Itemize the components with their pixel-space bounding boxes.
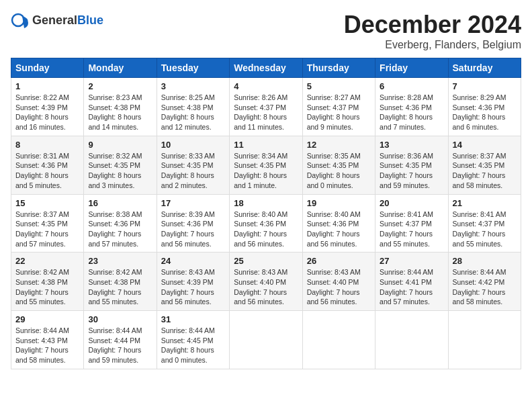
cell-text: Sunrise: 8:43 AMSunset: 4:39 PMDaylight:… xyxy=(161,268,215,306)
header-day-sunday: Sunday xyxy=(11,58,84,78)
calendar-cell: 13Sunrise: 8:36 AMSunset: 4:35 PMDayligh… xyxy=(375,136,448,194)
day-number: 19 xyxy=(307,198,371,208)
calendar-cell xyxy=(375,311,448,369)
cell-text: Sunrise: 8:35 AMSunset: 4:35 PMDaylight:… xyxy=(307,152,361,189)
day-number: 16 xyxy=(88,198,152,208)
day-number: 20 xyxy=(380,198,443,208)
calendar-cell: 7Sunrise: 8:29 AMSunset: 4:36 PMDaylight… xyxy=(448,78,521,136)
header-day-friday: Friday xyxy=(375,58,448,78)
calendar-week-row: 22Sunrise: 8:42 AMSunset: 4:38 PMDayligh… xyxy=(11,253,521,311)
calendar-week-row: 29Sunrise: 8:44 AMSunset: 4:43 PMDayligh… xyxy=(11,311,521,369)
day-number: 31 xyxy=(161,314,225,324)
cell-text: Sunrise: 8:41 AMSunset: 4:37 PMDaylight:… xyxy=(453,210,506,248)
calendar-week-row: 15Sunrise: 8:37 AMSunset: 4:35 PMDayligh… xyxy=(11,194,521,253)
day-number: 27 xyxy=(380,256,443,266)
svg-point-0 xyxy=(12,14,24,26)
cell-text: Sunrise: 8:23 AMSunset: 4:38 PMDaylight:… xyxy=(88,93,142,131)
cell-text: Sunrise: 8:42 AMSunset: 4:38 PMDaylight:… xyxy=(88,268,142,306)
calendar-cell: 29Sunrise: 8:44 AMSunset: 4:43 PMDayligh… xyxy=(11,311,84,369)
calendar-cell: 9Sunrise: 8:32 AMSunset: 4:35 PMDaylight… xyxy=(84,136,157,194)
cell-text: Sunrise: 8:27 AMSunset: 4:37 PMDaylight:… xyxy=(307,93,361,131)
day-number: 26 xyxy=(307,256,371,266)
calendar-cell xyxy=(302,311,375,369)
calendar-cell: 8Sunrise: 8:31 AMSunset: 4:36 PMDaylight… xyxy=(11,136,84,194)
calendar-cell: 1Sunrise: 8:22 AMSunset: 4:39 PMDaylight… xyxy=(11,78,84,136)
day-number: 18 xyxy=(234,198,298,208)
calendar-cell: 18Sunrise: 8:40 AMSunset: 4:36 PMDayligh… xyxy=(230,194,302,253)
calendar-cell: 24Sunrise: 8:43 AMSunset: 4:39 PMDayligh… xyxy=(157,253,229,311)
cell-text: Sunrise: 8:29 AMSunset: 4:36 PMDaylight:… xyxy=(453,93,506,131)
calendar-week-row: 8Sunrise: 8:31 AMSunset: 4:36 PMDaylight… xyxy=(11,136,521,194)
day-number: 13 xyxy=(380,140,443,150)
logo-wordmark: GeneralBlue xyxy=(32,13,103,28)
cell-text: Sunrise: 8:39 AMSunset: 4:36 PMDaylight:… xyxy=(161,210,215,248)
calendar-cell: 6Sunrise: 8:28 AMSunset: 4:36 PMDaylight… xyxy=(375,78,448,136)
cell-text: Sunrise: 8:44 AMSunset: 4:43 PMDaylight:… xyxy=(15,326,69,364)
calendar-cell: 2Sunrise: 8:23 AMSunset: 4:38 PMDaylight… xyxy=(84,78,157,136)
calendar-cell: 23Sunrise: 8:42 AMSunset: 4:38 PMDayligh… xyxy=(84,253,157,311)
calendar-cell: 17Sunrise: 8:39 AMSunset: 4:36 PMDayligh… xyxy=(157,194,229,253)
calendar-cell: 22Sunrise: 8:42 AMSunset: 4:38 PMDayligh… xyxy=(11,253,84,311)
header-day-tuesday: Tuesday xyxy=(157,58,229,78)
calendar-cell: 26Sunrise: 8:43 AMSunset: 4:40 PMDayligh… xyxy=(302,253,375,311)
calendar-week-row: 1Sunrise: 8:22 AMSunset: 4:39 PMDaylight… xyxy=(11,78,521,136)
calendar-cell: 12Sunrise: 8:35 AMSunset: 4:35 PMDayligh… xyxy=(302,136,375,194)
day-number: 12 xyxy=(307,140,371,150)
cell-text: Sunrise: 8:44 AMSunset: 4:42 PMDaylight:… xyxy=(453,268,506,306)
calendar-cell: 16Sunrise: 8:38 AMSunset: 4:36 PMDayligh… xyxy=(84,194,157,253)
calendar-cell: 3Sunrise: 8:25 AMSunset: 4:38 PMDaylight… xyxy=(157,78,229,136)
cell-text: Sunrise: 8:43 AMSunset: 4:40 PMDaylight:… xyxy=(307,268,361,306)
header-day-wednesday: Wednesday xyxy=(230,58,302,78)
day-number: 28 xyxy=(453,256,517,266)
calendar-cell: 11Sunrise: 8:34 AMSunset: 4:35 PMDayligh… xyxy=(230,136,302,194)
calendar-cell: 14Sunrise: 8:37 AMSunset: 4:35 PMDayligh… xyxy=(448,136,521,194)
day-number: 30 xyxy=(88,314,152,324)
cell-text: Sunrise: 8:44 AMSunset: 4:41 PMDaylight:… xyxy=(380,268,433,306)
cell-text: Sunrise: 8:43 AMSunset: 4:40 PMDaylight:… xyxy=(234,268,287,306)
cell-text: Sunrise: 8:42 AMSunset: 4:38 PMDaylight:… xyxy=(15,268,69,306)
day-number: 1 xyxy=(15,81,79,91)
month-title: December 2024 xyxy=(344,11,521,39)
cell-text: Sunrise: 8:40 AMSunset: 4:36 PMDaylight:… xyxy=(307,210,361,248)
day-number: 5 xyxy=(307,81,371,91)
cell-text: Sunrise: 8:26 AMSunset: 4:37 PMDaylight:… xyxy=(234,93,287,131)
calendar-cell: 31Sunrise: 8:44 AMSunset: 4:45 PMDayligh… xyxy=(157,311,229,369)
cell-text: Sunrise: 8:22 AMSunset: 4:39 PMDaylight:… xyxy=(15,93,69,131)
cell-text: Sunrise: 8:38 AMSunset: 4:36 PMDaylight:… xyxy=(88,210,142,248)
day-number: 17 xyxy=(161,198,225,208)
cell-text: Sunrise: 8:33 AMSunset: 4:35 PMDaylight:… xyxy=(161,152,215,189)
cell-text: Sunrise: 8:37 AMSunset: 4:35 PMDaylight:… xyxy=(15,210,69,248)
header-day-monday: Monday xyxy=(84,58,157,78)
calendar-cell: 21Sunrise: 8:41 AMSunset: 4:37 PMDayligh… xyxy=(448,194,521,253)
day-number: 10 xyxy=(161,140,225,150)
day-number: 2 xyxy=(88,81,152,91)
day-number: 7 xyxy=(453,81,517,91)
cell-text: Sunrise: 8:40 AMSunset: 4:36 PMDaylight:… xyxy=(234,210,287,248)
logo: GeneralBlue xyxy=(11,11,103,30)
cell-text: Sunrise: 8:44 AMSunset: 4:44 PMDaylight:… xyxy=(88,326,142,364)
calendar-cell: 28Sunrise: 8:44 AMSunset: 4:42 PMDayligh… xyxy=(448,253,521,311)
title-area: December 2024 Everberg, Flanders, Belgiu… xyxy=(344,11,521,51)
calendar-cell: 20Sunrise: 8:41 AMSunset: 4:37 PMDayligh… xyxy=(375,194,448,253)
calendar-header-row: SundayMondayTuesdayWednesdayThursdayFrid… xyxy=(11,58,521,78)
cell-text: Sunrise: 8:37 AMSunset: 4:35 PMDaylight:… xyxy=(453,152,506,189)
day-number: 3 xyxy=(161,81,225,91)
day-number: 14 xyxy=(453,140,517,150)
calendar-cell: 10Sunrise: 8:33 AMSunset: 4:35 PMDayligh… xyxy=(157,136,229,194)
cell-text: Sunrise: 8:41 AMSunset: 4:37 PMDaylight:… xyxy=(380,210,433,248)
calendar-cell: 5Sunrise: 8:27 AMSunset: 4:37 PMDaylight… xyxy=(302,78,375,136)
header-day-thursday: Thursday xyxy=(302,58,375,78)
cell-text: Sunrise: 8:32 AMSunset: 4:35 PMDaylight:… xyxy=(88,152,142,189)
day-number: 9 xyxy=(88,140,152,150)
cell-text: Sunrise: 8:34 AMSunset: 4:35 PMDaylight:… xyxy=(234,152,287,189)
day-number: 15 xyxy=(15,198,79,208)
day-number: 8 xyxy=(15,140,79,150)
cell-text: Sunrise: 8:44 AMSunset: 4:45 PMDaylight:… xyxy=(161,326,215,364)
logo-blue: Blue xyxy=(77,13,103,27)
day-number: 25 xyxy=(234,256,298,266)
calendar-cell: 4Sunrise: 8:26 AMSunset: 4:37 PMDaylight… xyxy=(230,78,302,136)
day-number: 4 xyxy=(234,81,298,91)
day-number: 23 xyxy=(88,256,152,266)
logo-general: General xyxy=(32,13,77,27)
cell-text: Sunrise: 8:36 AMSunset: 4:35 PMDaylight:… xyxy=(380,152,433,189)
